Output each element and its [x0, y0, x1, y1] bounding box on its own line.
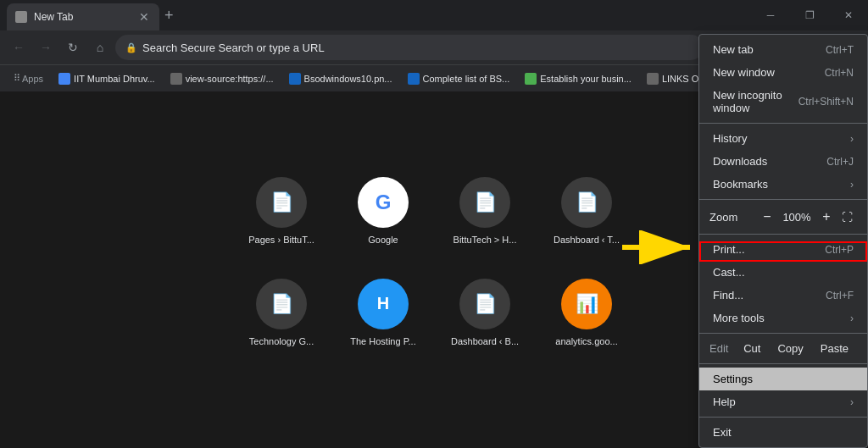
bookmark-label-2: Bsodwindows10.pn...: [304, 74, 392, 84]
menu-shortcut-downloads: Ctrl+J: [826, 156, 854, 168]
bookmark-item-4[interactable]: Establish your busin...: [518, 70, 638, 87]
bookmark-label-1: view-source:https://...: [186, 74, 274, 84]
separator-4: [699, 333, 867, 334]
bookmark-item-1[interactable]: view-source:https://...: [164, 70, 281, 87]
separator-1: [699, 123, 867, 124]
zoom-value: 100%: [777, 211, 816, 224]
bookmark-label-3: Complete list of BS...: [423, 74, 510, 84]
apps-button[interactable]: ⠿ Apps: [7, 70, 50, 86]
title-bar: New Tab ✕ + ─ ❐ ✕: [0, 0, 868, 30]
edit-row: Edit Cut Copy Paste: [699, 337, 867, 360]
menu-item-help[interactable]: Help ›: [699, 390, 867, 413]
menu-label-more-tools: More tools: [713, 312, 765, 324]
menu-item-find[interactable]: Find... Ctrl+F: [699, 284, 867, 307]
paste-button[interactable]: Paste: [812, 340, 857, 357]
bookmark-favicon-4: [525, 73, 537, 85]
shortcut-icon-7: 📊: [561, 279, 612, 329]
refresh-button[interactable]: ↻: [61, 36, 85, 59]
separator-5: [699, 363, 867, 364]
zoom-plus-button[interactable]: +: [816, 207, 837, 227]
shortcut-item-5[interactable]: H The Hosting P...: [341, 279, 426, 363]
shortcut-label-5: The Hosting P...: [350, 336, 415, 346]
menu-item-cast[interactable]: Cast...: [699, 261, 867, 284]
separator-6: [699, 417, 867, 418]
zoom-label: Zoom: [709, 211, 757, 224]
apps-icon: ⠿: [14, 73, 20, 84]
bookmark-label-4: Establish your busin...: [540, 74, 632, 84]
menu-label-downloads: Downloads: [713, 155, 767, 168]
menu-label-exit: Exit: [713, 426, 732, 439]
shortcut-item-0[interactable]: 📄 Pages › BittuT...: [239, 177, 324, 262]
menu-item-new-window[interactable]: New window Ctrl+N: [699, 61, 867, 84]
zoom-row: Zoom − 100% + ⛶: [699, 203, 867, 230]
menu-shortcut-new-window: Ctrl+N: [825, 67, 854, 79]
bookmark-item-2[interactable]: Bsodwindows10.pn...: [282, 70, 399, 87]
shortcut-item-2[interactable]: 📄 BittuTech > H...: [442, 177, 527, 262]
close-button[interactable]: ✕: [829, 2, 868, 29]
address-security-icon: 🔒: [125, 42, 137, 53]
menu-label-help: Help: [713, 395, 736, 408]
menu-arrow-bookmarks: ›: [850, 179, 854, 191]
bookmark-label-0: IIT Mumbai Dhruv...: [74, 74, 155, 84]
shortcut-label-6: Dashboard ‹ B...: [451, 336, 519, 346]
menu-item-more-tools[interactable]: More tools ›: [699, 307, 867, 329]
shortcut-item-1[interactable]: G Google: [341, 177, 426, 262]
edit-label: Edit: [709, 342, 735, 355]
menu-shortcut-new-incognito: Ctrl+Shift+N: [798, 96, 854, 108]
menu-label-settings: Settings: [713, 373, 753, 385]
active-tab[interactable]: New Tab ✕: [7, 3, 159, 30]
menu-shortcut-new-tab: Ctrl+T: [826, 44, 854, 56]
shortcut-icon-2: 📄: [459, 177, 510, 228]
menu-item-settings[interactable]: Settings: [699, 368, 867, 390]
bookmark-favicon-3: [408, 73, 420, 85]
bookmark-item-3[interactable]: Complete list of BS...: [401, 70, 517, 87]
window-controls: ─ ❐ ✕: [751, 2, 868, 29]
apps-label: Apps: [22, 74, 43, 84]
menu-label-print: Print...: [713, 243, 745, 256]
menu-label-history: History: [713, 132, 747, 145]
shortcut-label-7: analytics.goo...: [555, 336, 617, 346]
bookmark-item-0[interactable]: IIT Mumbai Dhruv...: [52, 70, 162, 87]
zoom-fullscreen-button[interactable]: ⛶: [837, 207, 857, 227]
context-menu: New tab Ctrl+T New window Ctrl+N New inc…: [698, 34, 868, 448]
back-button[interactable]: ←: [7, 36, 31, 59]
minimize-button[interactable]: ─: [751, 2, 790, 29]
menu-label-bookmarks: Bookmarks: [713, 178, 768, 191]
new-tab-button[interactable]: +: [164, 7, 174, 25]
menu-item-downloads[interactable]: Downloads Ctrl+J: [699, 150, 867, 173]
menu-shortcut-find: Ctrl+F: [826, 290, 854, 301]
address-input-wrap[interactable]: 🔒 Search Secure Search or type a URL: [115, 35, 704, 60]
shortcut-label-3: Dashboard ‹ T...: [554, 235, 620, 245]
shortcut-item-4[interactable]: 📄 Technology G...: [239, 279, 324, 363]
menu-item-exit[interactable]: Exit: [699, 421, 867, 444]
shortcut-icon-3: 📄: [561, 177, 612, 228]
bookmark-favicon-5: [647, 73, 659, 85]
menu-item-bookmarks[interactable]: Bookmarks ›: [699, 173, 867, 196]
zoom-minus-button[interactable]: −: [757, 207, 777, 227]
copy-button[interactable]: Copy: [769, 340, 811, 357]
shortcut-item-3[interactable]: 📄 Dashboard ‹ T...: [544, 177, 629, 262]
menu-label-new-window: New window: [713, 66, 775, 79]
menu-arrow-help: ›: [850, 396, 854, 408]
separator-2: [699, 199, 867, 200]
shortcut-label-2: BittuTech > H...: [453, 235, 517, 245]
restore-button[interactable]: ❐: [790, 2, 829, 29]
menu-item-print[interactable]: Print... Ctrl+P: [699, 238, 867, 261]
home-button[interactable]: ⌂: [88, 36, 112, 59]
tab-title: New Tab: [34, 11, 131, 23]
address-display: Search Secure Search or type a URL: [142, 41, 693, 54]
menu-shortcut-print: Ctrl+P: [825, 244, 854, 256]
bookmark-favicon-1: [170, 73, 182, 85]
shortcut-icon-5: H: [358, 279, 409, 329]
menu-item-new-tab[interactable]: New tab Ctrl+T: [699, 38, 867, 61]
cut-button[interactable]: Cut: [735, 340, 769, 357]
shortcut-item-6[interactable]: 📄 Dashboard ‹ B...: [442, 279, 527, 363]
forward-button[interactable]: →: [34, 36, 58, 59]
tab-close-button[interactable]: ✕: [137, 10, 151, 24]
shortcut-icon-6: 📄: [459, 279, 510, 329]
bookmark-favicon-0: [58, 73, 70, 85]
shortcut-label-4: Technology G...: [249, 336, 314, 346]
menu-item-new-incognito[interactable]: New incognito window Ctrl+Shift+N: [699, 84, 867, 119]
menu-item-history[interactable]: History ›: [699, 127, 867, 150]
shortcut-item-7[interactable]: 📊 analytics.goo...: [544, 279, 629, 363]
